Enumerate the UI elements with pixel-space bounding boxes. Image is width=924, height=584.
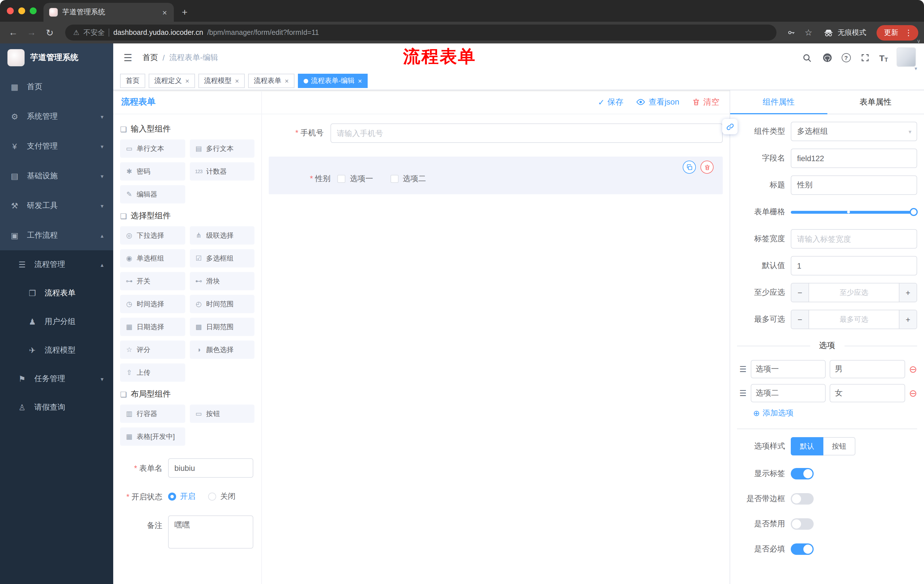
update-button[interactable]: 更新 ⋮ [876, 25, 918, 40]
delete-field-button[interactable] [700, 161, 714, 174]
drag-handle-icon[interactable]: ☰ [739, 388, 746, 398]
view-json-button[interactable]: 查看json [636, 97, 679, 107]
field-name-input[interactable] [791, 148, 917, 168]
palette-item-radio-group[interactable]: ◉单选框组 [120, 249, 185, 267]
close-window-button[interactable] [7, 7, 14, 14]
fullscreen-icon[interactable] [859, 52, 871, 63]
minimize-window-button[interactable] [18, 7, 25, 14]
sidebar-item-system-management[interactable]: ⚙ 系统管理 ▾ [0, 102, 113, 132]
max-select-value[interactable]: 最多可选 [809, 310, 899, 329]
palette-item-checkbox-group[interactable]: ☑多选框组 [190, 249, 254, 267]
app-logo[interactable]: 芋道管理系统 [0, 43, 113, 72]
tag-process-form[interactable]: 流程表单× [248, 74, 294, 88]
disabled-switch[interactable] [791, 518, 813, 530]
password-key-icon[interactable] [784, 28, 798, 37]
option-value-input[interactable] [830, 360, 905, 378]
back-button[interactable]: ← [6, 25, 21, 40]
checkbox-box[interactable] [337, 175, 345, 183]
decrease-button[interactable]: − [791, 310, 809, 329]
close-icon[interactable]: × [285, 77, 289, 85]
palette-item-table[interactable]: ▦表格[开发中] [120, 428, 185, 446]
palette-item-switch[interactable]: ⊶开关 [120, 272, 185, 290]
palette-item-cascade-select[interactable]: ⋔级联选择 [190, 226, 254, 245]
add-option-button[interactable]: ⊕ 添加选项 [737, 408, 917, 418]
forward-button[interactable]: → [24, 25, 39, 40]
palette-item-dropdown-select[interactable]: ◎下拉选择 [120, 226, 185, 245]
doc-link-button[interactable] [722, 119, 738, 134]
checkbox-option-2[interactable]: 选项二 [390, 174, 426, 184]
close-tab-icon[interactable]: × [161, 8, 168, 17]
sidebar-item-payment-management[interactable]: ¥ 支付管理 ▾ [0, 132, 113, 161]
user-avatar[interactable]: ▾ [896, 48, 916, 68]
tag-process-definition[interactable]: 流程定义× [148, 74, 195, 88]
palette-item-date-picker[interactable]: ▦日期选择 [120, 318, 185, 336]
sidebar-item-home[interactable]: ▦ 首页 [0, 72, 113, 102]
sidebar-item-process-model[interactable]: ✈ 流程模型 [0, 336, 113, 365]
clear-button[interactable]: 清空 [692, 97, 719, 107]
form-canvas[interactable]: 手机号 性别 选项一 [262, 114, 729, 584]
palette-item-upload[interactable]: ⇧上传 [120, 364, 185, 382]
show-label-switch[interactable] [791, 468, 813, 479]
sidebar-item-process-form[interactable]: ❐ 流程表单 [0, 279, 113, 308]
sidebar-item-devtools[interactable]: ⚒ 研发工具 ▾ [0, 191, 113, 220]
title-input[interactable] [791, 175, 917, 195]
remove-option-icon[interactable]: ⊖ [909, 388, 917, 398]
sidebar-item-leave-query[interactable]: ♙ 请假查询 [0, 393, 113, 422]
palette-item-slider[interactable]: ⊷滑块 [190, 272, 254, 290]
sidebar-item-task-management[interactable]: ⚑ 任务管理 ▾ [0, 365, 113, 393]
palette-item-editor[interactable]: ✎编辑器 [120, 185, 185, 204]
palette-item-color-picker[interactable]: ◑颜色选择 [190, 341, 254, 359]
style-button-button[interactable]: 按钮 [823, 437, 855, 456]
tag-process-model[interactable]: 流程模型× [198, 74, 245, 88]
bookmark-star-icon[interactable]: ☆ [802, 28, 815, 38]
palette-item-time-range[interactable]: ◴时间范围 [190, 295, 254, 313]
option-label-input[interactable] [751, 360, 826, 378]
canvas-field-phone[interactable]: 手机号 [269, 123, 723, 143]
save-button[interactable]: ✓ 保存 [598, 97, 623, 107]
tag-process-form-edit[interactable]: 流程表单-编辑× [298, 74, 368, 88]
palette-item-counter[interactable]: 123计数器 [190, 162, 254, 181]
form-name-input[interactable] [168, 458, 253, 478]
phone-input[interactable] [330, 123, 723, 143]
reload-button[interactable]: ↻ [42, 25, 57, 40]
option-value-input[interactable] [830, 384, 905, 402]
slider-track[interactable] [791, 211, 914, 214]
tag-home[interactable]: 首页 [120, 74, 145, 88]
search-icon[interactable] [801, 52, 813, 63]
font-size-icon[interactable]: TT [879, 53, 888, 63]
drag-handle-icon[interactable]: ☰ [739, 365, 746, 374]
remove-option-icon[interactable]: ⊖ [909, 364, 917, 374]
close-icon[interactable]: × [235, 77, 239, 85]
component-type-select[interactable]: 多选框组 ▾ [791, 122, 917, 141]
option-label-input[interactable] [751, 384, 826, 402]
tab-component-props[interactable]: 组件属性 [730, 90, 827, 114]
zoom-window-button[interactable] [30, 7, 36, 14]
decrease-button[interactable]: − [791, 283, 809, 302]
form-grid-slider[interactable] [791, 202, 917, 222]
browser-menu-icon[interactable]: ⋮ [902, 28, 915, 37]
close-icon[interactable]: × [185, 77, 189, 85]
browser-tab[interactable]: 芋道管理系统 × [43, 3, 174, 22]
address-bar[interactable]: ⚠ 不安全 dashboard.yudao.iocoder.cn /bpm/ma… [65, 25, 777, 41]
close-icon[interactable]: × [358, 77, 362, 85]
sidebar-item-infrastructure[interactable]: ▤ 基础设施 ▾ [0, 161, 113, 191]
sidebar-item-process-management[interactable]: ☰ 流程管理 ▴ [0, 250, 113, 279]
default-value-input[interactable] [791, 256, 917, 275]
increase-button[interactable]: + [899, 283, 917, 302]
tab-form-props[interactable]: 表单属性 [827, 90, 924, 114]
help-icon[interactable]: ? [842, 53, 851, 62]
label-width-input[interactable] [791, 229, 917, 248]
required-switch[interactable] [791, 543, 813, 555]
palette-item-password[interactable]: ✱密码 [120, 162, 185, 181]
palette-item-rating[interactable]: ☆评分 [120, 341, 185, 359]
min-select-value[interactable]: 至少应选 [809, 283, 899, 302]
palette-item-time-picker[interactable]: ◷时间选择 [120, 295, 185, 313]
new-tab-button[interactable]: + [182, 7, 188, 17]
radio-status-on[interactable]: 开启 [168, 492, 196, 502]
github-icon[interactable] [822, 52, 833, 63]
chevron-down-icon[interactable]: ∨ [917, 38, 921, 44]
style-default-button[interactable]: 默认 [791, 437, 823, 456]
palette-item-single-line-text[interactable]: ▭单行文本 [120, 140, 185, 158]
hamburger-icon[interactable]: ☰ [121, 52, 135, 64]
remark-textarea[interactable]: 嘿嘿 [168, 515, 253, 549]
